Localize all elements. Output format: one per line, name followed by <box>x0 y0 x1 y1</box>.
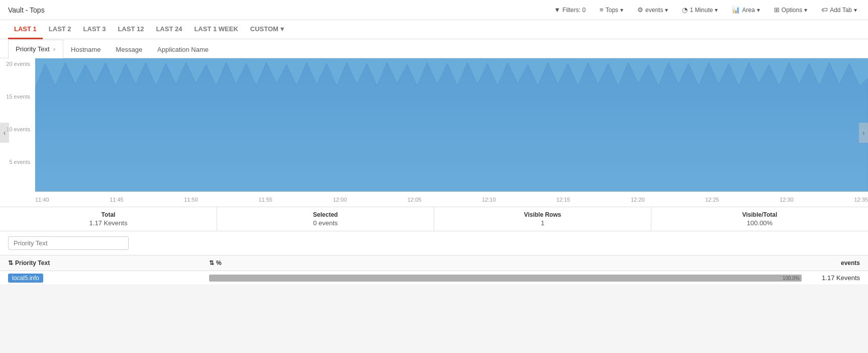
tab-last2[interactable]: LAST 2 <box>43 20 77 39</box>
chevron-down-icon2: ▾ <box>665 7 668 14</box>
td-events: 1.17 Kevents <box>810 274 860 282</box>
x-label-7: 12:15 <box>556 197 570 203</box>
x-label-10: 12:30 <box>780 197 794 203</box>
x-label-5: 12:05 <box>408 197 422 203</box>
x-label-3: 11:55 <box>258 197 272 203</box>
tops-button[interactable]: ≡ Tops ▾ <box>597 4 626 16</box>
stat-visible-rows: Visible Rows 1 <box>434 207 651 231</box>
close-icon[interactable]: × <box>53 46 56 52</box>
chart-nav-right-button[interactable]: › <box>859 123 868 143</box>
sort-icon-priority: ⇅ <box>8 259 13 267</box>
y-label-5: 5 events <box>0 159 30 165</box>
field-tabs-bar: Priority Text × Hostname Message Applica… <box>0 39 868 58</box>
chevron-down-icon7: ▾ <box>280 25 284 33</box>
field-tab-hostname[interactable]: Hostname <box>63 40 108 59</box>
sort-icon-percent: ⇅ <box>209 259 214 267</box>
field-tab-appname[interactable]: Application Name <box>150 40 216 59</box>
area-chart-icon: 📊 <box>732 6 740 14</box>
area-button[interactable]: 📊 Area ▾ <box>729 4 762 16</box>
chart-area[interactable] <box>35 58 868 192</box>
stat-visible-rows-value: 1 <box>442 219 643 227</box>
time-range-bar: LAST 1 LAST 2 LAST 3 LAST 12 LAST 24 LAS… <box>0 20 868 39</box>
chart-nav-left-button[interactable]: ‹ <box>0 123 9 143</box>
progress-bar-bg: 100.0% <box>209 275 802 282</box>
filters-button[interactable]: ▼ Filters: 0 <box>551 4 589 16</box>
events-icon: ⚙ <box>637 6 643 14</box>
minute-button[interactable]: ◔ 1 Minute ▾ <box>679 4 721 16</box>
tab-last12[interactable]: LAST 12 <box>112 20 150 39</box>
stat-total: Total 1.17 Kevents <box>0 207 217 231</box>
search-bar <box>0 231 868 255</box>
stat-visible-total: Visible/Total 100.00% <box>651 207 868 231</box>
filter-icon: ▼ <box>554 6 560 14</box>
x-label-2: 11:50 <box>184 197 198 203</box>
stat-total-value: 1.17 Kevents <box>8 219 209 227</box>
col-header-percent[interactable]: ⇅ % <box>209 259 810 267</box>
chart-section: 20 events 15 events 10 events 5 events 1… <box>0 58 868 207</box>
col-header-priority[interactable]: ⇅ Priority Text <box>8 259 209 267</box>
stat-visible-total-label: Visible/Total <box>659 211 860 218</box>
field-tab-message[interactable]: Message <box>108 40 150 59</box>
chart-container: 20 events 15 events 10 events 5 events 1… <box>0 58 868 207</box>
stat-selected-value: 0 events <box>225 219 426 227</box>
add-tab-button[interactable]: 🏷 Add Tab ▾ <box>818 4 860 16</box>
td-percent: 100.0% <box>209 275 810 282</box>
chevron-down-icon: ▾ <box>620 7 623 14</box>
chevron-down-icon6: ▾ <box>854 7 857 14</box>
progress-bar-fill <box>209 275 802 282</box>
x-label-0: 11:40 <box>35 197 49 203</box>
table-row: local5.info 100.0% 1.17 Kevents <box>0 271 868 285</box>
events-button[interactable]: ⚙ events ▾ <box>634 4 671 16</box>
progress-label: 100.0% <box>783 275 800 281</box>
x-label-9: 12:25 <box>705 197 719 203</box>
field-tab-priority[interactable]: Priority Text × <box>8 40 63 59</box>
data-table: ⇅ Priority Text ⇅ % events local5.info 1… <box>0 255 868 285</box>
stat-visible-total-value: 100.00% <box>659 219 860 227</box>
x-label-1: 11:45 <box>110 197 124 203</box>
col-header-events: events <box>810 259 860 267</box>
options-button[interactable]: ⊞ Options ▾ <box>771 4 810 16</box>
list-icon: ≡ <box>600 6 604 14</box>
tab-last3[interactable]: LAST 3 <box>77 20 112 39</box>
x-label-6: 12:10 <box>482 197 496 203</box>
tab-last1[interactable]: LAST 1 <box>8 20 43 39</box>
tab-last24[interactable]: LAST 24 <box>150 20 188 39</box>
clock-icon: ◔ <box>682 6 688 14</box>
td-priority: local5.info <box>8 274 209 282</box>
tab-last1week[interactable]: LAST 1 WEEK <box>188 20 244 39</box>
chevron-down-icon3: ▾ <box>715 7 718 14</box>
stat-selected-label: Selected <box>225 211 426 218</box>
tag-icon: 🏷 <box>821 6 828 14</box>
x-axis: 11:40 11:45 11:50 11:55 12:00 12:05 12:1… <box>35 193 868 207</box>
y-label-20: 20 events <box>0 61 30 67</box>
table-header: ⇅ Priority Text ⇅ % events <box>0 255 868 271</box>
y-label-15: 15 events <box>0 94 30 100</box>
priority-badge[interactable]: local5.info <box>8 274 43 283</box>
x-label-11: 12:35 <box>854 197 868 203</box>
stat-total-label: Total <box>8 211 209 218</box>
grid-icon: ⊞ <box>774 6 780 14</box>
top-bar: Vault - Tops ▼ Filters: 0 ≡ Tops ▾ ⚙ eve… <box>0 0 868 20</box>
tab-custom[interactable]: CUSTOM ▾ <box>244 20 290 39</box>
chevron-down-icon5: ▾ <box>804 7 807 14</box>
x-label-4: 12:00 <box>333 197 347 203</box>
top-bar-controls: ▼ Filters: 0 ≡ Tops ▾ ⚙ events ▾ ◔ 1 Min… <box>551 4 860 16</box>
search-input[interactable] <box>8 236 129 250</box>
chevron-down-icon4: ▾ <box>757 7 760 14</box>
app-title: Vault - Tops <box>8 6 45 14</box>
chart-svg <box>35 58 868 192</box>
stats-row: Total 1.17 Kevents Selected 0 events Vis… <box>0 207 868 231</box>
x-label-8: 12:20 <box>631 197 645 203</box>
stat-selected: Selected 0 events <box>217 207 434 231</box>
stat-visible-rows-label: Visible Rows <box>442 211 643 218</box>
